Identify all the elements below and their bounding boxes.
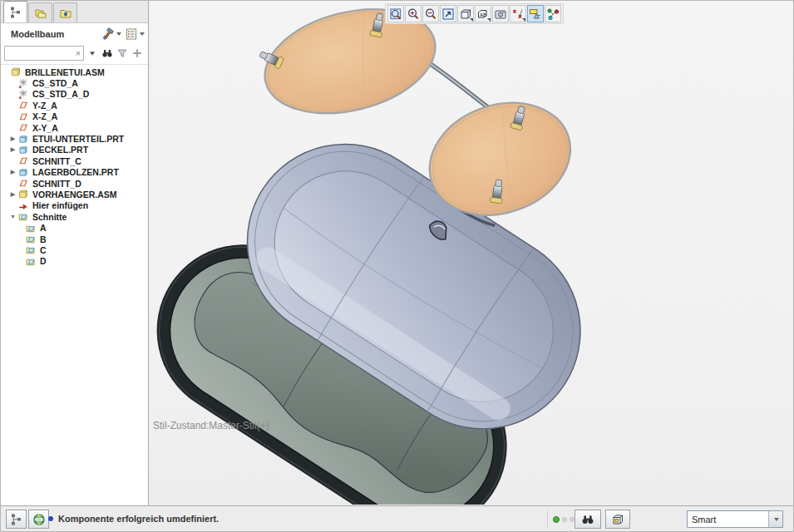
tree-item-etui-unterteil-prt[interactable]: ▶ ETUI-UNTERTEIL.PRT (1, 133, 148, 144)
datum-plane-icon (17, 122, 31, 133)
selection-filter-select[interactable]: Smart (687, 510, 783, 528)
tree-item-vorhaenger-asm[interactable]: ▶ VORHAENGER.ASM (1, 189, 148, 200)
tree-item-x-z-a[interactable]: X-Z_A (1, 111, 148, 122)
datum-plane-icon (17, 100, 31, 111)
svg-text:AB: AB (480, 12, 486, 17)
saved-views-button[interactable] (457, 5, 474, 22)
tree-item-c[interactable]: C (1, 244, 148, 255)
model-tree-panel: Modellbaum × BRILLENETUI.ASM CS_STD_A CS… (1, 1, 149, 505)
tree-item-brillenetui-asm[interactable]: BRILLENETUI.ASM (1, 66, 148, 77)
tree-item-lagerbolzen-prt[interactable]: ▶ LAGERBOLZEN.PRT (1, 167, 148, 178)
expander-icon[interactable]: ▶ (8, 169, 17, 175)
style-state-label: Stil-Zustand:Master-Stil(+) (153, 420, 269, 431)
section-icon (25, 223, 38, 234)
model-tree-header: Modellbaum (1, 24, 148, 44)
status-bar: Komponente erfolgreich umdefiniert. Smar… (1, 505, 793, 531)
csys-icon (17, 78, 31, 89)
csys-icon (17, 89, 31, 100)
toggle-browser-button[interactable] (28, 510, 49, 529)
selection-filter-value: Smart (688, 515, 768, 525)
tree-item-x-y-a[interactable]: X-Y_A (1, 122, 148, 133)
selection-filter-dropdown[interactable] (768, 511, 782, 527)
expander-icon[interactable]: ▶ (8, 191, 17, 198)
dropdown-caret-icon (116, 32, 121, 36)
view-manager-button[interactable] (492, 5, 509, 22)
status-light-idle-1 (562, 517, 567, 522)
dropdown-caret-icon (470, 18, 473, 22)
tree-display-button[interactable] (125, 27, 145, 41)
datum-display-button[interactable] (510, 5, 526, 22)
zoom-out-button[interactable] (422, 5, 439, 22)
search-model-button[interactable] (575, 510, 601, 529)
part-icon (17, 167, 31, 178)
find-button[interactable] (101, 47, 113, 59)
expander-icon[interactable]: ▶ (8, 146, 17, 153)
tree-item-b[interactable]: B (1, 234, 148, 244)
tree-item-deckel-prt[interactable]: ▶ DECKEL.PRT (1, 145, 148, 155)
spin-center-button[interactable] (545, 5, 561, 22)
app-window: Modellbaum × BRILLENETUI.ASM CS_STD_A CS… (0, 0, 794, 532)
dropdown-caret-icon (522, 18, 525, 22)
tree-item-schnitte[interactable]: ▼ Schnitte (1, 211, 148, 222)
part-icon (17, 134, 31, 145)
view-orientation-button[interactable]: AB (475, 5, 491, 22)
zoom-region-button[interactable] (387, 5, 404, 22)
refit-button[interactable] (440, 5, 456, 22)
expander-icon[interactable]: ▶ (8, 135, 17, 142)
separator (547, 510, 548, 528)
model-tree: BRILLENETUI.ASM CS_STD_A CS_STD_A_D Y-Z_… (1, 64, 148, 505)
datum-plane-icon (17, 111, 31, 122)
dropdown-caret-icon (140, 32, 145, 36)
tree-item-cs-std-a-d[interactable]: CS_STD_A_D (1, 89, 148, 100)
annotation-display-button[interactable] (527, 5, 544, 22)
assembly-icon (17, 189, 31, 200)
search-options-dropdown[interactable] (86, 47, 98, 59)
tree-item-schnitt-d[interactable]: SCHNITT_D (1, 178, 148, 189)
add-filter-button[interactable] (131, 47, 143, 59)
status-light-green (553, 516, 560, 523)
tree-item-y-z-a[interactable]: Y-Z_A (1, 100, 148, 111)
expander-icon[interactable]: ▼ (8, 214, 17, 219)
section-icon (25, 244, 38, 255)
datum-plane-icon (17, 178, 31, 189)
tree-item-cs-std-a[interactable]: CS_STD_A (1, 77, 148, 88)
section-icon (25, 234, 38, 244)
datum-plane-icon (17, 155, 31, 166)
tree-search-input[interactable] (4, 46, 84, 61)
favorites-tab[interactable] (53, 2, 77, 22)
3d-viewport[interactable]: AB Stil-Zustand:Master-Stil(+) (150, 1, 793, 506)
folder-browser-tab[interactable] (28, 2, 52, 22)
box-select-button[interactable] (605, 510, 630, 529)
message-bullet-icon (48, 516, 53, 521)
view-toolbar: AB (385, 3, 564, 24)
tree-item-d[interactable]: D (1, 256, 148, 267)
tree-item-schnitt-c[interactable]: SCHNITT_C (1, 155, 148, 166)
status-message: Komponente erfolgreich umdefiniert. (48, 514, 219, 524)
section-folder-icon (17, 211, 31, 222)
tree-tools-button[interactable] (101, 27, 121, 41)
assembly-icon (10, 66, 23, 77)
panel-title: Modellbaum (11, 29, 101, 39)
tree-item-a[interactable]: A (1, 222, 148, 233)
zoom-in-button[interactable] (405, 5, 422, 22)
status-lights (553, 516, 575, 523)
dropdown-caret-icon (487, 18, 491, 22)
tree-item-hier-einf-gen[interactable]: Hier einfügen (1, 200, 148, 211)
part-icon (17, 145, 31, 155)
search-clear-icon[interactable]: × (73, 48, 83, 58)
section-icon (25, 256, 38, 267)
filter-button[interactable] (116, 47, 128, 59)
panel-tabbar (1, 1, 148, 23)
toggle-model-tree-button[interactable] (6, 510, 27, 529)
tree-search-row: × (1, 44, 148, 62)
model-tree-tab[interactable] (3, 1, 27, 22)
insert-here-icon (17, 200, 31, 211)
